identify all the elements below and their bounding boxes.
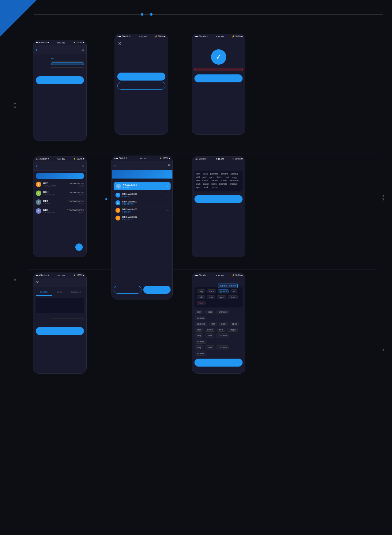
arrow-down-2: ▼ [13, 105, 17, 110]
tab-keystore[interactable]: Keystore [68, 289, 84, 296]
chip-duty-1[interactable]: duty [195, 310, 203, 314]
chip-row-2: approve drift park open [194, 321, 243, 326]
coin-bch[interactable]: B BCH ≈ ¥ 4088.00 0.00000000000 ¥ 0.00 [36, 190, 84, 197]
chip-approve[interactable]: approve [195, 322, 207, 326]
create-btn-1[interactable] [36, 76, 84, 84]
chip-duty-3[interactable]: duty [195, 345, 203, 349]
verify-word-ve[interactable]: ve [231, 289, 237, 293]
menu-icon-1[interactable]: ≡ [82, 47, 84, 52]
chip-promote-2[interactable]: promote [217, 333, 229, 337]
chip-happy[interactable]: happy [228, 328, 238, 332]
chip-camera-3[interactable]: camera [195, 352, 206, 356]
import-wallet-btn-2[interactable] [117, 82, 165, 90]
coin-etc[interactable]: E ETC ≈ ¥ 97.65 0.00000000000 ¥ 0.00 [36, 198, 84, 206]
chip-row-4: duty track promote camera [194, 333, 243, 344]
coin-eth[interactable]: Ξ ETH ≈ ¥ 2896.00 0.00000000000 ¥ 0.00 [36, 207, 84, 215]
back-icon-4[interactable]: ‹ [36, 164, 37, 168]
eth2-dots[interactable]: ··· [166, 201, 169, 205]
chip-open[interactable]: open [230, 322, 239, 326]
eth-amount: 0.00000000000 ¥ 0.00 [67, 209, 84, 213]
verify-word-promote[interactable]: promot 顺序有误，请重新校 [218, 289, 229, 293]
chip-park[interactable]: park [219, 322, 228, 326]
wallet-item-active[interactable]: R RE-Wallet01 ¥ 0.00 ··· [114, 182, 171, 190]
eth2-icon: Ξ [115, 200, 120, 205]
verify-word-drift[interactable]: drift [197, 295, 205, 299]
chip-track-2[interactable]: track [205, 333, 214, 337]
chip-duty-2[interactable]: duty [195, 333, 203, 337]
tab-privatekey[interactable]: 私钥 [52, 289, 68, 296]
next-btn-backup[interactable] [194, 195, 243, 203]
chip-divide[interactable]: divide [205, 328, 215, 332]
verify-word-open[interactable]: open [217, 295, 226, 299]
btc-info: BTC ≈ ¥ 40118.00 [43, 182, 67, 187]
verify-word-divide[interactable]: divide [228, 295, 238, 299]
verify-word-park[interactable]: park [207, 295, 215, 299]
close-icon-7[interactable]: ✕ [36, 280, 39, 284]
import-password-field[interactable] [36, 318, 84, 318]
mnemonic-textarea[interactable] [36, 298, 84, 313]
wallet-btc1-inner: ₿ BTC-Wallet01 ¥ 188.00 [115, 208, 138, 213]
verify-word-duty[interactable]: duty [197, 289, 205, 293]
tab-mnemonic[interactable]: 助记词 [36, 289, 52, 296]
import-confirm-field[interactable] [36, 320, 84, 321]
import-wallet-btn-list[interactable] [114, 286, 141, 294]
wallet-active-name: RE-Wallet01 [123, 184, 137, 186]
back-icon-1[interactable]: ‹ [36, 47, 37, 52]
password-value [51, 67, 84, 68]
btc2-name: BTC-Wallet02 [122, 216, 138, 218]
battery-5: ⚡ 100% ■ [159, 157, 170, 160]
wallet-item-eth2[interactable]: Ξ ETH-Wallet02 ¥ 20,987.89 ··· [114, 199, 171, 207]
confirm-btn-verify[interactable] [194, 359, 243, 367]
name-field[interactable] [36, 61, 84, 62]
wallet-eth2-info: ETH-Wallet02 ¥ 20,987.89 [122, 200, 138, 205]
btc2-dots[interactable]: ··· [166, 217, 169, 220]
import-tabs: 助记词 私钥 Keystore [36, 289, 84, 296]
chip-promote-3[interactable]: promote [217, 345, 229, 349]
back-icon-5[interactable]: ‹ [114, 163, 116, 168]
create-wallet-btn-list[interactable] [143, 286, 171, 294]
phone-import: ●●● Sketch ✈ 9:41 AM ⚡ 100% ■ ✕ 助记词 私钥 K… [33, 273, 87, 374]
decorative-triangle [0, 0, 37, 37]
create-wallet-btn-1[interactable] [36, 76, 84, 84]
eth1-dots[interactable]: ··· [166, 194, 169, 197]
import-name-field[interactable] [36, 315, 84, 316]
section-divider-1 [28, 153, 377, 153]
wallet-item-btc1[interactable]: ₿ BTC-Wallet01 ¥ 188.00 ··· [114, 207, 171, 214]
status-bar-1: ●●● Sketch ✈ 9:41 AM ⚡ 100% ■ [33, 40, 86, 45]
battery-3: ⚡ 100% ■ [232, 35, 243, 38]
verify-word-track[interactable]: track [207, 289, 216, 293]
word-chips-section: duty track promote camera approve drift … [194, 309, 243, 356]
import-btn[interactable] [36, 327, 84, 335]
bch-amount: 0.00000000000 ¥ 0.00 [67, 191, 84, 196]
chip-leaf[interactable]: leaf [195, 328, 203, 332]
name-value [51, 61, 84, 62]
chip-row-5: duty track promote camera [194, 345, 243, 356]
wallet-active-dots[interactable]: ··· [166, 185, 168, 188]
chip-track-1[interactable]: track [205, 310, 214, 314]
balance-area-4 [36, 173, 84, 179]
password-field[interactable] [36, 67, 84, 68]
chip-heat[interactable]: heat [217, 328, 226, 332]
add-coin-btn[interactable]: + [75, 243, 83, 251]
wallet-btc1-info: BTC-Wallet01 ¥ 188.00 [122, 208, 138, 213]
chip-promote-1[interactable]: promote [217, 310, 229, 314]
arrow-down-4: ▼ [382, 197, 385, 202]
confirm-field[interactable] [36, 69, 84, 70]
backup-btn[interactable] [194, 74, 243, 82]
verify-word-heat[interactable]: heat [197, 301, 205, 305]
wallet-item-btc2[interactable]: ₿ BTC-Wallet02 ¥ 1,000.00 ··· [114, 214, 171, 222]
chip-drift[interactable]: drift [209, 322, 217, 326]
create-wallet-btn-2[interactable] [117, 73, 165, 81]
btc1-dots[interactable]: ··· [166, 209, 169, 212]
coin-btc[interactable]: ₿ BTC ≈ ¥ 40118.00 0.00000000000 ¥ 0.00 [36, 181, 84, 188]
chip-track-3[interactable]: track [205, 345, 214, 349]
chip-camera-2[interactable]: camera [195, 340, 206, 344]
chip-camera-1[interactable]: camera [195, 316, 206, 320]
menu-icon-4[interactable]: ≡ [82, 164, 84, 168]
success-circle: ✓ [211, 49, 226, 65]
close-icon-2[interactable]: ✕ [118, 41, 122, 46]
phone-create-success: ●●● Sketch ✈ 9:41 AM ⚡ 100% ■ ✓ [192, 34, 245, 135]
wallet-item-eth1[interactable]: Ξ ETH-Wallet01 ¥ 786.97 ··· [114, 191, 171, 199]
menu-icon-5[interactable]: ≡ [168, 163, 170, 168]
spacer-9 [192, 278, 245, 283]
